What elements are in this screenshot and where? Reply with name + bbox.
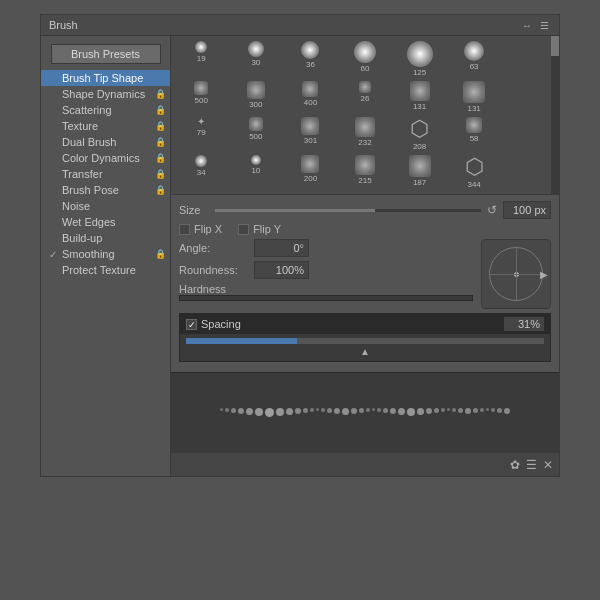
roundness-input[interactable] bbox=[254, 261, 309, 279]
preview-dot bbox=[327, 408, 332, 413]
preset-item[interactable] bbox=[502, 116, 555, 152]
spacing-checkbox[interactable] bbox=[186, 319, 197, 330]
size-reset-icon[interactable]: ↺ bbox=[487, 203, 497, 217]
bottom-icon-3[interactable]: ✕ bbox=[543, 458, 553, 472]
presets-grid-area: 193036601256350030040026131131✦795003012… bbox=[171, 36, 559, 195]
preset-item[interactable]: 36 bbox=[284, 40, 337, 78]
preset-item[interactable]: ⬡208 bbox=[393, 116, 446, 152]
preset-brush-circle bbox=[248, 41, 264, 57]
preset-number: 300 bbox=[249, 100, 262, 109]
preview-dot bbox=[434, 408, 439, 413]
preset-item[interactable]: 500 bbox=[230, 116, 283, 152]
spacing-slider[interactable] bbox=[186, 338, 544, 344]
preset-brush-tex bbox=[301, 155, 319, 173]
angle-input[interactable] bbox=[254, 239, 309, 257]
spacing-checkbox-label[interactable]: Spacing bbox=[186, 318, 241, 330]
preset-item[interactable]: 10 bbox=[230, 154, 283, 190]
brush-presets-button[interactable]: Brush Presets bbox=[51, 44, 161, 64]
flip-x-checkbox[interactable] bbox=[179, 224, 190, 235]
preset-item[interactable]: 131 bbox=[448, 80, 501, 114]
preset-brush-hex: ⬡ bbox=[408, 117, 432, 141]
menu-item-brush-tip-shape[interactable]: Brush Tip Shape bbox=[41, 70, 170, 86]
menu-item-noise[interactable]: Noise bbox=[41, 198, 170, 214]
preset-item[interactable]: 131 bbox=[393, 80, 446, 114]
bottom-icon-2[interactable]: ☰ bbox=[526, 458, 537, 472]
panel-menu-icon[interactable]: ☰ bbox=[538, 20, 551, 31]
bottom-icon-1[interactable]: ✿ bbox=[510, 458, 520, 472]
hardness-slider[interactable] bbox=[179, 295, 473, 301]
menu-item-shape-dynamics[interactable]: Shape Dynamics 🔒 bbox=[41, 86, 170, 102]
menu-label-8: Noise bbox=[62, 200, 162, 212]
preset-number: 500 bbox=[195, 96, 208, 105]
preset-item[interactable]: 26 bbox=[339, 80, 392, 114]
preset-item[interactable]: 19 bbox=[175, 40, 228, 78]
menu-item-brush-pose[interactable]: Brush Pose 🔒 bbox=[41, 182, 170, 198]
flip-y-label[interactable]: Flip Y bbox=[238, 223, 281, 235]
preset-item[interactable]: 58 bbox=[448, 116, 501, 152]
preset-number: 63 bbox=[470, 62, 479, 71]
preset-number: 232 bbox=[358, 138, 371, 147]
spacing-label: Spacing bbox=[201, 318, 241, 330]
preview-dot bbox=[359, 408, 364, 413]
preset-item[interactable]: 215 bbox=[339, 154, 392, 190]
preset-item[interactable]: 60 bbox=[339, 40, 392, 78]
spacing-value-input[interactable] bbox=[504, 317, 544, 331]
preset-item[interactable]: 300 bbox=[230, 80, 283, 114]
presets-scrollbar[interactable] bbox=[551, 36, 559, 194]
preview-dot bbox=[372, 408, 375, 411]
preset-brush-tex bbox=[410, 81, 430, 101]
preset-item[interactable] bbox=[502, 154, 555, 190]
menu-items-list: Brush Tip Shape Shape Dynamics 🔒 Scatter… bbox=[41, 70, 170, 278]
preset-brush-tex bbox=[466, 117, 482, 133]
preset-number: 79 bbox=[197, 128, 206, 137]
menu-item-color-dynamics[interactable]: Color Dynamics 🔒 bbox=[41, 150, 170, 166]
preset-item[interactable] bbox=[502, 80, 555, 114]
preview-dot bbox=[504, 408, 510, 414]
presets-grid: 193036601256350030040026131131✦795003012… bbox=[175, 40, 555, 190]
size-value[interactable]: 100 px bbox=[503, 201, 551, 219]
preset-item[interactable]: 301 bbox=[284, 116, 337, 152]
preset-item[interactable]: 125 bbox=[393, 40, 446, 78]
preview-dot bbox=[265, 408, 274, 417]
panel-resize-icon[interactable]: ↔ bbox=[520, 20, 534, 31]
menu-item-dual-brush[interactable]: Dual Brush 🔒 bbox=[41, 134, 170, 150]
preview-dot bbox=[480, 408, 484, 412]
preset-brush-circle bbox=[195, 155, 207, 167]
menu-label-9: Wet Edges bbox=[62, 216, 162, 228]
preset-item[interactable]: 232 bbox=[339, 116, 392, 152]
menu-item-protect-texture[interactable]: Protect Texture bbox=[41, 262, 170, 278]
preset-item[interactable]: 34 bbox=[175, 154, 228, 190]
menu-item-smoothing[interactable]: ✓ Smoothing 🔒 bbox=[41, 246, 170, 262]
preset-number: 125 bbox=[413, 68, 426, 77]
preview-dot bbox=[383, 408, 388, 413]
menu-item-wet-edges[interactable]: Wet Edges bbox=[41, 214, 170, 230]
size-slider[interactable] bbox=[215, 209, 481, 212]
preset-brush-tex bbox=[355, 117, 375, 137]
preset-item[interactable]: ✦79 bbox=[175, 116, 228, 152]
preview-dot bbox=[310, 408, 314, 412]
preview-dot bbox=[398, 408, 405, 415]
preset-item[interactable]: 200 bbox=[284, 154, 337, 190]
menu-item-transfer[interactable]: Transfer 🔒 bbox=[41, 166, 170, 182]
preset-item[interactable]: 187 bbox=[393, 154, 446, 190]
flip-x-label[interactable]: Flip X bbox=[179, 223, 222, 235]
preset-item[interactable]: 400 bbox=[284, 80, 337, 114]
menu-label-6: Transfer bbox=[62, 168, 162, 180]
preset-item[interactable]: ⬡344 bbox=[448, 154, 501, 190]
preset-item[interactable]: 63 bbox=[448, 40, 501, 78]
spacing-header: Spacing bbox=[180, 314, 550, 334]
preset-item[interactable]: 500 bbox=[175, 80, 228, 114]
preset-number: 30 bbox=[251, 58, 260, 67]
menu-item-build-up[interactable]: Build-up bbox=[41, 230, 170, 246]
preset-number: 26 bbox=[361, 94, 370, 103]
preview-dot bbox=[366, 408, 370, 412]
left-panel: Brush Presets Brush Tip Shape Shape Dyna… bbox=[41, 36, 171, 476]
menu-item-scattering[interactable]: Scattering 🔒 bbox=[41, 102, 170, 118]
menu-item-texture[interactable]: Texture 🔒 bbox=[41, 118, 170, 134]
lock-icon-7: 🔒 bbox=[155, 185, 166, 195]
angle-wheel[interactable]: ▶ bbox=[481, 239, 551, 309]
right-panel: 193036601256350030040026131131✦795003012… bbox=[171, 36, 559, 476]
preset-item[interactable] bbox=[502, 40, 555, 78]
flip-y-checkbox[interactable] bbox=[238, 224, 249, 235]
preset-item[interactable]: 30 bbox=[230, 40, 283, 78]
